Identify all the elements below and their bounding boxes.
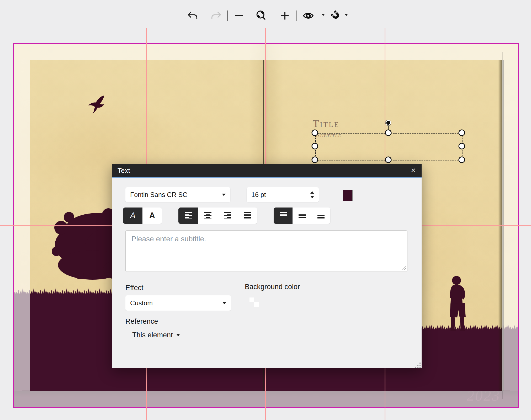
snap-dropdown-caret-icon[interactable] xyxy=(345,14,348,16)
rotation-handle[interactable] xyxy=(386,120,391,126)
bleed-wash-right xyxy=(502,60,518,391)
dialog-resize-grip[interactable] xyxy=(417,365,418,366)
caret-down-icon xyxy=(222,194,226,196)
zoom-in-button[interactable] xyxy=(279,10,291,22)
stepper-up-icon[interactable] xyxy=(310,191,314,194)
resize-handle-top-right[interactable] xyxy=(459,130,465,136)
reference-label: Reference xyxy=(125,317,158,326)
italic-label: A xyxy=(130,211,136,220)
eye-icon xyxy=(302,10,314,22)
bold-button[interactable]: A xyxy=(142,208,162,224)
alignment-group xyxy=(178,208,257,224)
bleed-wash-bottom xyxy=(14,391,518,407)
valign-middle-button[interactable] xyxy=(293,208,311,224)
toolbar-separator xyxy=(296,10,297,21)
dialog-titlebar[interactable]: Text ✕ xyxy=(112,164,422,177)
bleed-wash-left xyxy=(14,60,30,391)
bleed-wash-top xyxy=(14,44,518,60)
resize-handle-middle-left[interactable] xyxy=(312,143,318,150)
valign-top-button[interactable] xyxy=(274,208,293,224)
toolbar-separator xyxy=(227,10,228,21)
align-center-icon xyxy=(204,212,211,219)
zoom-out-button[interactable] xyxy=(233,10,245,22)
app-window: Title Subtitle 2023 xyxy=(0,0,531,420)
dialog-accent-line xyxy=(112,177,422,178)
align-justify-button[interactable] xyxy=(237,208,257,224)
italic-button[interactable]: A xyxy=(123,208,142,224)
close-icon[interactable]: ✕ xyxy=(411,167,416,174)
resize-handle-middle-right[interactable] xyxy=(459,143,465,150)
redo-button[interactable] xyxy=(210,10,222,22)
resize-handle-top-left[interactable] xyxy=(312,130,318,136)
background-color-label: Background color xyxy=(245,283,300,291)
font-style-group: A A xyxy=(123,208,162,224)
stepper-down-icon[interactable] xyxy=(310,196,314,198)
preview-button[interactable] xyxy=(302,10,314,22)
effect-select[interactable]: Custom xyxy=(125,295,231,311)
preview-dropdown-caret-icon[interactable] xyxy=(322,14,325,16)
valign-bottom-icon xyxy=(317,212,325,219)
valign-top-icon xyxy=(280,212,287,219)
magnet-icon xyxy=(330,10,342,22)
reference-select[interactable]: This element xyxy=(132,331,180,339)
plus-icon xyxy=(279,10,291,22)
trim-mark-bottom-left xyxy=(22,391,30,399)
dialog-title: Text xyxy=(118,167,130,175)
valign-middle-icon xyxy=(299,212,306,219)
text-color-swatch[interactable] xyxy=(343,190,353,201)
trim-mark-bottom-right xyxy=(502,391,510,399)
align-justify-icon xyxy=(244,212,251,219)
text-dialog: Text ✕ Fontin Sans CR SC 16 pt A A xyxy=(112,164,422,368)
trim-mark-top-left xyxy=(22,52,30,60)
snap-button[interactable] xyxy=(330,10,342,22)
magnifier-fit-icon xyxy=(255,10,267,22)
font-size-stepper[interactable] xyxy=(310,191,314,198)
cover-title-text[interactable]: Title xyxy=(313,118,339,129)
valign-bottom-button[interactable] xyxy=(311,208,330,224)
caret-down-icon xyxy=(222,302,226,304)
align-left-icon xyxy=(185,212,192,219)
minus-icon xyxy=(233,10,245,22)
resize-handle-bottom-right[interactable] xyxy=(459,157,465,163)
resize-handle-bottom-left[interactable] xyxy=(312,157,318,163)
background-color-swatch[interactable] xyxy=(249,297,259,307)
align-right-button[interactable] xyxy=(218,208,237,224)
caret-down-icon xyxy=(177,334,180,336)
effect-label: Effect xyxy=(125,284,144,292)
align-right-icon xyxy=(224,212,231,219)
bold-label: A xyxy=(149,211,155,220)
trim-mark-top-right xyxy=(502,52,510,60)
font-size-field[interactable]: 16 pt xyxy=(247,187,319,202)
vertical-align-group xyxy=(274,208,330,224)
font-size-value: 16 pt xyxy=(251,191,266,199)
resize-handle-bottom-center[interactable] xyxy=(385,157,392,163)
undo-button[interactable] xyxy=(187,10,199,22)
align-center-button[interactable] xyxy=(198,208,218,224)
undo-icon xyxy=(187,10,199,22)
resize-handle-top-center[interactable] xyxy=(385,130,392,136)
subtitle-text-input[interactable] xyxy=(125,230,407,272)
zoom-fit-button[interactable] xyxy=(255,10,267,22)
effect-value: Custom xyxy=(130,299,153,307)
align-left-button[interactable] xyxy=(178,208,198,224)
reference-value: This element xyxy=(132,331,173,339)
redo-icon xyxy=(210,10,222,22)
font-family-value: Fontin Sans CR SC xyxy=(130,191,187,199)
font-family-select[interactable]: Fontin Sans CR SC xyxy=(125,187,230,202)
